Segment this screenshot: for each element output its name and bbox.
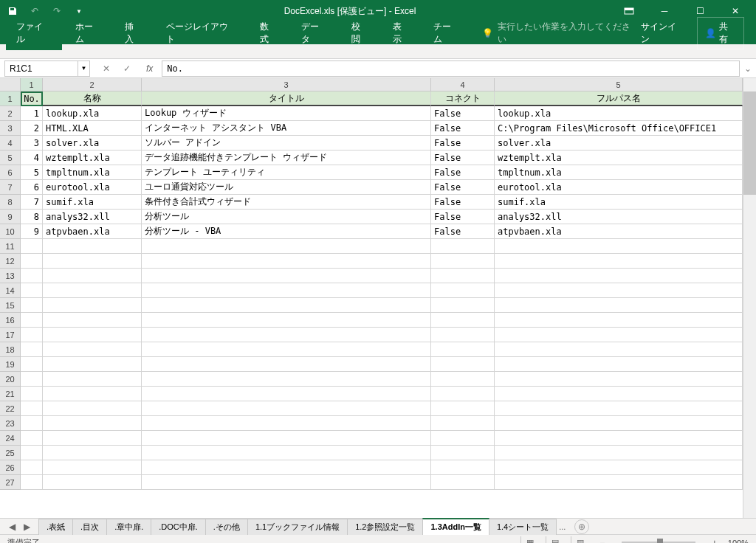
cell[interactable]	[431, 475, 495, 490]
file-tab[interactable]: ファイル	[6, 16, 62, 50]
cell[interactable]: False	[431, 224, 495, 239]
cell[interactable]	[43, 372, 142, 387]
cell[interactable]: ユーロ通貨対応ツール	[142, 180, 431, 195]
cell[interactable]	[431, 460, 495, 475]
cell[interactable]	[21, 446, 43, 460]
cell[interactable]	[21, 431, 43, 446]
tab-view[interactable]: 表示	[382, 16, 421, 50]
cell[interactable]: analys32.xll	[495, 210, 743, 224]
cell[interactable]: 4	[21, 151, 43, 165]
enter-formula-icon[interactable]: ✓	[120, 61, 134, 76]
cell[interactable]	[21, 416, 43, 431]
cell[interactable]	[431, 313, 495, 328]
header-cell[interactable]: No.	[21, 91, 43, 106]
tab-formulas[interactable]: 数式	[250, 16, 288, 50]
cell[interactable]	[142, 313, 431, 328]
cell[interactable]	[495, 239, 743, 254]
cell[interactable]	[43, 269, 142, 283]
cell[interactable]	[43, 313, 142, 328]
cell[interactable]	[431, 372, 495, 387]
cell[interactable]	[21, 372, 43, 387]
cell[interactable]: ソルバー アドイン	[142, 136, 431, 151]
cell[interactable]	[21, 269, 43, 283]
sheet-more[interactable]: ...	[556, 522, 568, 531]
cell[interactable]	[43, 387, 142, 401]
row-header[interactable]: 27	[0, 475, 21, 490]
cell[interactable]	[431, 431, 495, 446]
sheet-tab[interactable]: 1.4シート一覧	[489, 519, 557, 535]
row-header[interactable]: 18	[0, 342, 21, 357]
row-header[interactable]: 5	[0, 151, 21, 165]
sheet-nav-next[interactable]: ▶	[21, 521, 32, 533]
cell[interactable]	[431, 328, 495, 342]
cell[interactable]: lookup.xla	[495, 106, 743, 121]
cell[interactable]: wztemplt.xla	[43, 151, 142, 165]
cell[interactable]: False	[431, 165, 495, 180]
ribbon-display-icon[interactable]	[614, 1, 644, 21]
cell[interactable]	[142, 431, 431, 446]
cell[interactable]	[142, 416, 431, 431]
cell[interactable]: tmpltnum.xla	[43, 165, 142, 180]
cell[interactable]: Lookup ウィザード	[142, 106, 431, 121]
expand-formula-icon[interactable]: ⌄	[744, 63, 756, 74]
cell[interactable]: 条件付き合計式ウィザード	[142, 195, 431, 210]
cell[interactable]: 6	[21, 180, 43, 195]
cell[interactable]	[43, 357, 142, 372]
cell[interactable]: solver.xla	[43, 136, 142, 151]
cancel-formula-icon[interactable]: ✕	[99, 61, 114, 76]
cell[interactable]	[21, 357, 43, 372]
cell[interactable]	[142, 269, 431, 283]
cell[interactable]: 2	[21, 121, 43, 136]
cell[interactable]	[142, 298, 431, 313]
cell[interactable]	[21, 387, 43, 401]
cell[interactable]: sumif.xla	[495, 195, 743, 210]
vertical-scrollbar[interactable]	[743, 78, 756, 518]
cell[interactable]	[142, 446, 431, 460]
cell[interactable]: インターネット アシスタント VBA	[142, 121, 431, 136]
row-header[interactable]: 15	[0, 298, 21, 313]
row-header[interactable]: 1	[0, 91, 21, 106]
row-header[interactable]: 20	[0, 372, 21, 387]
row-header[interactable]: 26	[0, 460, 21, 475]
cell[interactable]	[43, 416, 142, 431]
row-header[interactable]: 9	[0, 210, 21, 224]
cell[interactable]	[43, 342, 142, 357]
cell[interactable]	[142, 357, 431, 372]
cell[interactable]	[431, 298, 495, 313]
cell[interactable]	[43, 239, 142, 254]
cell[interactable]	[495, 446, 743, 460]
cell[interactable]	[21, 254, 43, 269]
cell[interactable]	[43, 328, 142, 342]
cell[interactable]	[21, 298, 43, 313]
cell[interactable]: eurotool.xla	[43, 180, 142, 195]
cell[interactable]: False	[431, 210, 495, 224]
header-cell[interactable]: 名称	[43, 91, 142, 106]
cell[interactable]: solver.xla	[495, 136, 743, 151]
cell[interactable]: sumif.xla	[43, 195, 142, 210]
cell[interactable]	[21, 460, 43, 475]
row-header[interactable]: 8	[0, 195, 21, 210]
cell[interactable]	[495, 401, 743, 416]
row-header[interactable]: 17	[0, 328, 21, 342]
cell[interactable]	[142, 372, 431, 387]
cell[interactable]: False	[431, 106, 495, 121]
sheet-tab[interactable]: .表紙	[38, 519, 73, 535]
cell[interactable]	[495, 416, 743, 431]
cell[interactable]: tmpltnum.xla	[495, 165, 743, 180]
cell[interactable]	[43, 298, 142, 313]
col-header[interactable]: 1	[21, 78, 43, 91]
cell[interactable]	[21, 342, 43, 357]
cell[interactable]: atpvbaen.xla	[495, 224, 743, 239]
cell[interactable]	[43, 460, 142, 475]
cell[interactable]	[495, 283, 743, 298]
col-header[interactable]: 2	[43, 78, 142, 91]
cell[interactable]: False	[431, 180, 495, 195]
cell[interactable]	[142, 342, 431, 357]
cell[interactable]	[495, 269, 743, 283]
sheet-tab[interactable]: .DOC中扉.	[151, 519, 206, 535]
row-header[interactable]: 2	[0, 106, 21, 121]
cell[interactable]: False	[431, 136, 495, 151]
cell[interactable]	[431, 254, 495, 269]
cell[interactable]: lookup.xla	[43, 106, 142, 121]
cell[interactable]	[142, 401, 431, 416]
